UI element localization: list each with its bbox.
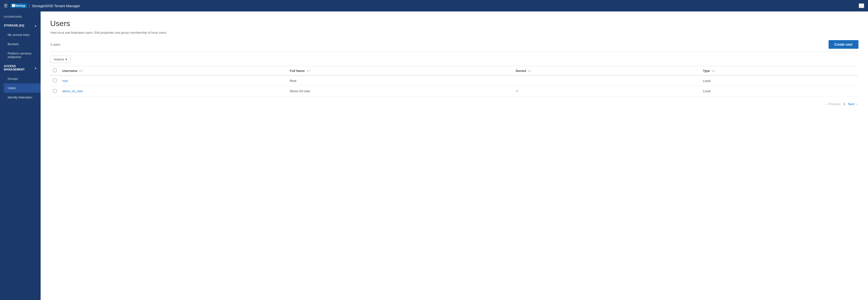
row-username-cell: demo_s3_user: [60, 86, 287, 96]
next-right-arrow: →: [855, 102, 859, 106]
row-type-cell: Local: [700, 76, 859, 86]
page-title: Users: [50, 19, 859, 28]
create-user-button[interactable]: Create user: [829, 40, 859, 49]
sidebar-item-buckets[interactable]: Buckets: [4, 39, 41, 49]
brand-icon: 🅽: [12, 4, 15, 7]
groups-label: Groups: [8, 77, 18, 81]
denied-sort-icon[interactable]: ▲▼: [528, 70, 532, 72]
actions-label: Actions: [54, 58, 64, 61]
type-sort-icon[interactable]: ▲▼: [712, 70, 716, 72]
username-column-label: Username: [62, 69, 78, 72]
row-0-checkbox[interactable]: [53, 79, 57, 82]
sidebar: DASHBOARD STORAGE (S3) ▲ My access keys …: [0, 11, 41, 300]
row-checkbox-cell: [50, 86, 60, 96]
main-content: Users View local and federated users. Ed…: [41, 11, 868, 300]
fullname-sort-icon[interactable]: ▲▼: [306, 70, 310, 72]
pagination: ← Previous 1 Next →: [50, 102, 859, 106]
row-fullname-cell: Root: [287, 76, 513, 86]
row-fullname-cell: Demo S3 User: [287, 86, 513, 96]
topnav-left: ☰ 🅽 NetApp | StorageGRID Tenant Manager: [4, 3, 80, 8]
sidebar-item-groups[interactable]: Groups: [4, 74, 41, 83]
row-checkbox-cell: [50, 76, 60, 86]
previous-button[interactable]: ← Previous: [824, 102, 840, 106]
row-username-cell: root: [60, 76, 287, 86]
topnav-right: ? ▾: [859, 3, 864, 8]
sidebar-access-subitems: Groups Users Identity federation: [0, 74, 41, 102]
storage-chevron: ▲: [34, 24, 37, 27]
user-link-root[interactable]: root: [62, 79, 68, 83]
page-description: View local and federated users. Edit pro…: [50, 31, 859, 34]
table-header-checkbox: [50, 66, 60, 76]
actions-button[interactable]: Actions ▾: [50, 56, 71, 63]
actions-chevron: ▾: [65, 58, 67, 61]
table-row: rootRootLocal: [50, 76, 859, 86]
table-header-fullname: Full Name ▲▼: [287, 66, 513, 76]
sidebar-item-platform-services[interactable]: Platform services endpoints: [4, 49, 41, 62]
denied-column-label: Denied: [516, 69, 526, 72]
type-column-label: Type: [703, 69, 710, 72]
help-icon: ?: [859, 4, 861, 8]
table-row: demo_s3_userDemo S3 User✓Local: [50, 86, 859, 96]
sidebar-storage-subitems: My access keys Buckets Platform services…: [0, 30, 41, 62]
actions-row: Actions ▾: [50, 56, 859, 63]
table-header-row: Username ▲▼ Full Name ▲▼ Denied ▲▼ Type …: [50, 66, 859, 76]
users-label: Users: [8, 86, 16, 90]
platform-services-label: Platform services endpoints: [8, 52, 37, 59]
help-chevron: ▾: [862, 4, 864, 8]
sidebar-item-identity-federation[interactable]: Identity federation: [4, 93, 41, 102]
my-access-keys-label: My access keys: [8, 33, 30, 36]
brand: 🅽 NetApp | StorageGRID Tenant Manager: [10, 3, 80, 8]
sidebar-access-management-header[interactable]: ACCESS MANAGEMENT ▲: [0, 62, 41, 74]
sidebar-storage-header[interactable]: STORAGE (S3) ▲: [0, 21, 41, 30]
sidebar-item-my-access-keys[interactable]: My access keys: [4, 30, 41, 39]
users-table: Username ▲▼ Full Name ▲▼ Denied ▲▼ Type …: [50, 66, 859, 96]
identity-federation-label: Identity federation: [8, 95, 32, 99]
access-management-chevron: ▲: [34, 67, 37, 69]
help-button[interactable]: ? ▾: [859, 3, 864, 8]
denied-checkmark-icon: ✓: [516, 89, 519, 93]
brand-name: NetApp: [15, 4, 26, 7]
table-header-type: Type ▲▼: [700, 66, 859, 76]
username-sort-icon[interactable]: ▲▼: [79, 70, 83, 72]
app-title: StorageGRID Tenant Manager: [32, 4, 80, 8]
table-header-username: Username ▲▼: [60, 66, 287, 76]
next-label: Next: [848, 102, 855, 106]
brand-logo: 🅽 NetApp: [10, 3, 27, 8]
row-1-checkbox[interactable]: [53, 89, 57, 93]
table-body: rootRootLocaldemo_s3_userDemo S3 User✓Lo…: [50, 76, 859, 96]
previous-label: Previous: [828, 102, 840, 106]
hamburger-menu[interactable]: ☰: [4, 3, 8, 8]
previous-left-arrow: ←: [824, 102, 827, 106]
row-type-cell: Local: [700, 86, 859, 96]
select-all-checkbox[interactable]: [53, 68, 57, 72]
next-button[interactable]: Next →: [848, 102, 859, 106]
storage-label: STORAGE (S3): [4, 24, 24, 27]
fullname-column-label: Full Name: [290, 69, 305, 72]
table-header-denied: Denied ▲▼: [513, 66, 700, 76]
sidebar-item-dashboard[interactable]: DASHBOARD: [0, 11, 41, 21]
user-count: 2 users: [50, 43, 60, 46]
buckets-label: Buckets: [8, 42, 19, 46]
layout: DASHBOARD STORAGE (S3) ▲ My access keys …: [0, 11, 868, 300]
row-denied-cell: ✓: [513, 86, 700, 96]
top-navigation: ☰ 🅽 NetApp | StorageGRID Tenant Manager …: [0, 0, 868, 11]
toolbar-row: 2 users Create user: [50, 40, 859, 52]
access-management-label: ACCESS MANAGEMENT: [4, 64, 34, 71]
row-denied-cell: [513, 76, 700, 86]
table-header: Username ▲▼ Full Name ▲▼ Denied ▲▼ Type …: [50, 66, 859, 76]
user-link-demo_s3_user[interactable]: demo_s3_user: [62, 89, 83, 93]
dashboard-label: DASHBOARD: [4, 15, 22, 18]
sidebar-item-users[interactable]: Users: [4, 83, 41, 93]
current-page: 1: [842, 102, 846, 106]
brand-divider: |: [29, 3, 30, 8]
